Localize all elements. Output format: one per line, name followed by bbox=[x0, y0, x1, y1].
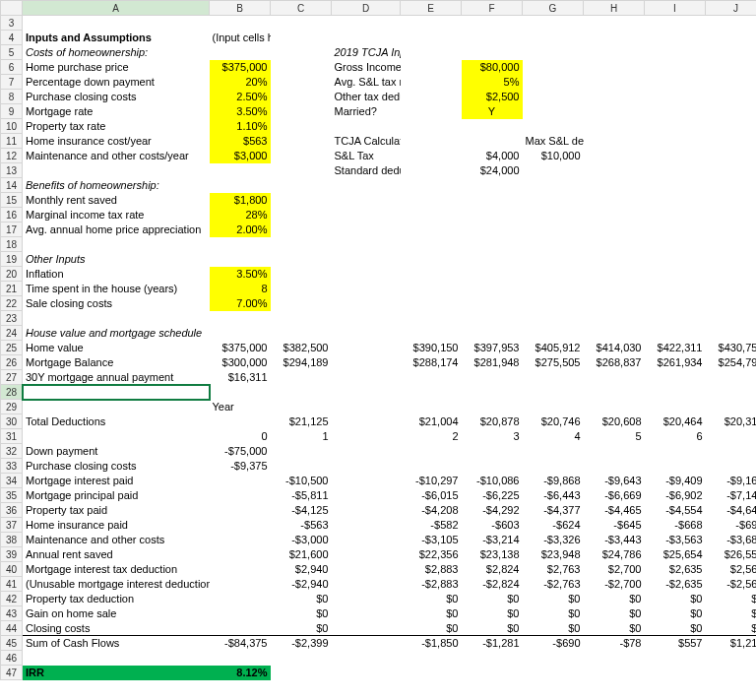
cell-E43[interactable]: $0 bbox=[401, 606, 462, 621]
cell-B38[interactable] bbox=[210, 533, 271, 547]
cell-E19[interactable] bbox=[401, 252, 462, 267]
row-header-10[interactable]: 10 bbox=[1, 119, 23, 134]
cell-G41[interactable]: -$2,763 bbox=[523, 577, 584, 592]
cell-D15[interactable] bbox=[332, 193, 401, 208]
cell-F30[interactable]: $20,878 bbox=[462, 414, 523, 429]
row-header-11[interactable]: 11 bbox=[1, 134, 23, 149]
cell-H20[interactable] bbox=[584, 267, 645, 282]
cell-D33[interactable] bbox=[332, 459, 401, 474]
cell-F23[interactable] bbox=[462, 311, 523, 326]
cell-D46[interactable] bbox=[332, 651, 401, 666]
cell-H25[interactable]: $414,030 bbox=[584, 341, 645, 355]
cell-J26[interactable]: $254,791 bbox=[706, 355, 757, 370]
cell-C13[interactable] bbox=[271, 163, 332, 178]
cell-D29[interactable] bbox=[332, 400, 401, 414]
cell-C4[interactable] bbox=[271, 31, 332, 45]
row-header-45[interactable]: 45 bbox=[1, 636, 23, 651]
cell-I18[interactable] bbox=[645, 237, 706, 252]
cell-C16[interactable] bbox=[271, 208, 332, 223]
cell-I38[interactable]: -$3,563 bbox=[645, 533, 706, 547]
cell-C17[interactable] bbox=[271, 223, 332, 237]
col-header-F[interactable]: F bbox=[462, 1, 523, 16]
cell-A43[interactable]: Gain on home sale bbox=[23, 606, 210, 621]
cell-I10[interactable] bbox=[645, 119, 706, 134]
cell-F26[interactable]: $281,948 bbox=[462, 355, 523, 370]
cell-F40[interactable]: $2,824 bbox=[462, 562, 523, 577]
cell-B13[interactable] bbox=[210, 163, 271, 178]
cell-F45[interactable]: -$1,281 bbox=[462, 636, 523, 651]
cell-F16[interactable] bbox=[462, 208, 523, 223]
cell-H46[interactable] bbox=[584, 651, 645, 666]
cell-J29[interactable] bbox=[706, 400, 757, 414]
cell-C40[interactable]: $2,940 bbox=[271, 562, 332, 577]
row-header-12[interactable]: 12 bbox=[1, 149, 23, 163]
cell-B43[interactable] bbox=[210, 606, 271, 621]
cell-C37[interactable]: -$563 bbox=[271, 518, 332, 533]
cell-A47[interactable]: IRR bbox=[23, 666, 210, 680]
cell-C26[interactable]: $294,189 bbox=[271, 355, 332, 370]
cell-E44[interactable]: $0 bbox=[401, 621, 462, 636]
cell-F34[interactable]: -$10,086 bbox=[462, 474, 523, 488]
row-header-34[interactable]: 34 bbox=[1, 474, 23, 488]
cell-A4[interactable]: Inputs and Assumptions bbox=[23, 31, 210, 45]
cell-C42[interactable]: $0 bbox=[271, 592, 332, 606]
cell-E8[interactable] bbox=[401, 90, 462, 104]
cell-I27[interactable] bbox=[645, 370, 706, 385]
cell-I12[interactable] bbox=[645, 149, 706, 163]
cell-I41[interactable]: -$2,635 bbox=[645, 577, 706, 592]
cell-H44[interactable]: $0 bbox=[584, 621, 645, 636]
cell-D34[interactable] bbox=[332, 474, 401, 488]
cell-G35[interactable]: -$6,443 bbox=[523, 488, 584, 503]
cell-G14[interactable] bbox=[523, 178, 584, 193]
row-header-28[interactable]: 28 bbox=[1, 385, 23, 400]
cell-F7[interactable]: 5% bbox=[462, 75, 523, 90]
cell-H43[interactable]: $0 bbox=[584, 606, 645, 621]
cell-I4[interactable] bbox=[645, 31, 706, 45]
cell-J8[interactable] bbox=[706, 90, 757, 104]
cell-G10[interactable] bbox=[523, 119, 584, 134]
select-all-corner[interactable] bbox=[1, 1, 23, 16]
cell-A5[interactable]: Costs of homeownership: bbox=[23, 45, 210, 60]
cell-B23[interactable] bbox=[210, 311, 271, 326]
cell-G23[interactable] bbox=[523, 311, 584, 326]
cell-H21[interactable] bbox=[584, 282, 645, 296]
cell-I23[interactable] bbox=[645, 311, 706, 326]
cell-E13[interactable] bbox=[401, 163, 462, 178]
cell-J7[interactable] bbox=[706, 75, 757, 90]
cell-G20[interactable] bbox=[523, 267, 584, 282]
col-header-I[interactable]: I bbox=[645, 1, 706, 16]
cell-F39[interactable]: $23,138 bbox=[462, 547, 523, 562]
cell-J40[interactable]: $2,567 bbox=[706, 562, 757, 577]
cell-G18[interactable] bbox=[523, 237, 584, 252]
cell-B31[interactable]: 0 bbox=[210, 429, 271, 444]
cell-C36[interactable]: -$4,125 bbox=[271, 503, 332, 518]
cell-E38[interactable]: -$3,105 bbox=[401, 533, 462, 547]
cell-I44[interactable]: $0 bbox=[645, 621, 706, 636]
cell-I7[interactable] bbox=[645, 75, 706, 90]
cell-F35[interactable]: -$6,225 bbox=[462, 488, 523, 503]
row-header-14[interactable]: 14 bbox=[1, 178, 23, 193]
cell-H13[interactable] bbox=[584, 163, 645, 178]
cell-B18[interactable] bbox=[210, 237, 271, 252]
cell-I28[interactable] bbox=[645, 385, 706, 400]
cell-I11[interactable] bbox=[645, 134, 706, 149]
row-header-4[interactable]: 4 bbox=[1, 31, 23, 45]
cell-A14[interactable]: Benefits of homeownership: bbox=[23, 178, 210, 193]
cell-E9[interactable] bbox=[401, 104, 462, 119]
cell-G32[interactable] bbox=[523, 444, 584, 459]
cell-D39[interactable] bbox=[332, 547, 401, 562]
cell-E4[interactable] bbox=[401, 31, 462, 45]
cell-H32[interactable] bbox=[584, 444, 645, 459]
cell-I15[interactable] bbox=[645, 193, 706, 208]
cell-A20[interactable]: Inflation bbox=[23, 267, 210, 282]
cell-C47[interactable] bbox=[271, 666, 332, 680]
cell-J6[interactable] bbox=[706, 60, 757, 75]
cell-A38[interactable]: Maintenance and other costs bbox=[23, 533, 210, 547]
cell-I30[interactable]: $20,464 bbox=[645, 414, 706, 429]
cell-B14[interactable] bbox=[210, 178, 271, 193]
cell-C25[interactable]: $382,500 bbox=[271, 341, 332, 355]
cell-I46[interactable] bbox=[645, 651, 706, 666]
cell-I24[interactable] bbox=[645, 326, 706, 341]
cell-H9[interactable] bbox=[584, 104, 645, 119]
cell-E12[interactable] bbox=[401, 149, 462, 163]
